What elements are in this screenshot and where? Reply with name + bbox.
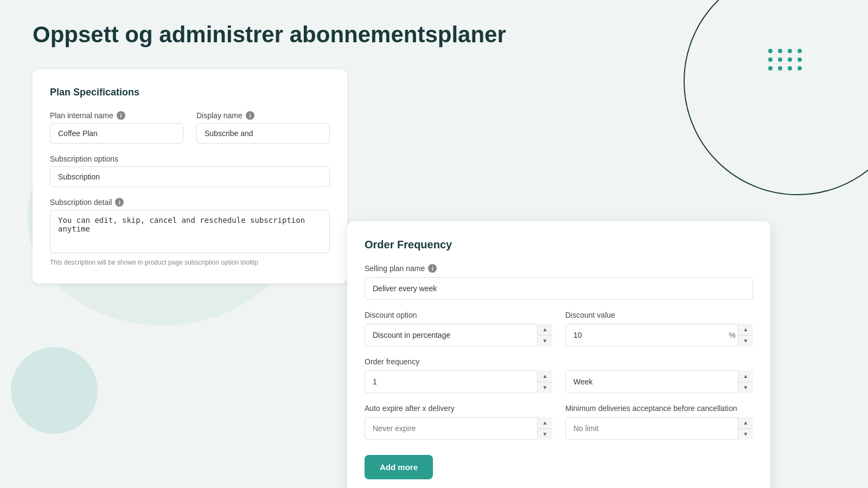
selling-plan-label: Selling plan name i [365, 264, 753, 273]
auto-expire-col: Auto expire after x delivery ▲ ▼ [365, 404, 552, 440]
order-freq-col: Order frequency ▲ ▼ [365, 357, 552, 393]
subscription-options-input[interactable] [50, 166, 330, 187]
internal-name-input[interactable] [50, 123, 183, 144]
page-content: Oppsett og administrer abonnementsplaner… [0, 0, 868, 305]
discount-value-up-arrow[interactable]: ▲ [738, 324, 753, 336]
auto-expire-arrows: ▲ ▼ [537, 417, 552, 440]
plan-specs-title: Plan Specifications [50, 87, 330, 98]
bg-circle-small [11, 347, 98, 434]
subscription-options-group: Subscription options [50, 155, 330, 187]
subscription-detail-textarea[interactable]: You can edit, skip, cancel and reschedul… [50, 210, 330, 253]
min-deliveries-wrapper: ▲ ▼ [565, 417, 753, 440]
order-freq-row: Order frequency ▲ ▼ Unit Week D [365, 357, 753, 393]
min-deliveries-label: Minimum deliveries acceptance before can… [565, 404, 753, 413]
display-name-info-icon[interactable]: i [246, 111, 254, 120]
order-frequency-title: Order Frequency [365, 239, 753, 251]
order-freq-unit-select[interactable]: Week Day Month [565, 370, 753, 393]
min-deliveries-col: Minimum deliveries acceptance before can… [565, 404, 753, 440]
subscription-detail-label: Subscription detail i [50, 198, 330, 207]
min-deliveries-arrows: ▲ ▼ [738, 417, 753, 440]
discount-option-col: Discount option Discount in percentage D… [365, 311, 552, 346]
auto-expire-wrapper: ▲ ▼ [365, 417, 552, 440]
order-freq-input[interactable] [365, 370, 552, 393]
discount-option-arrows: ▲ ▼ [537, 324, 552, 346]
order-freq-unit-down-arrow[interactable]: ▼ [738, 382, 753, 394]
auto-expire-input[interactable] [365, 417, 552, 440]
order-frequency-panel: Order Frequency Selling plan name i Disc… [347, 221, 770, 488]
discount-value-arrows: ▲ ▼ [738, 324, 753, 346]
order-freq-label: Order frequency [365, 357, 552, 366]
discount-value-down-arrow[interactable]: ▼ [738, 336, 753, 347]
discount-value-label: Discount value [565, 311, 753, 319]
order-freq-unit-col: Unit Week Day Month ▲ ▼ [565, 357, 753, 393]
add-more-button[interactable]: Add more [365, 455, 433, 479]
discount-row: Discount option Discount in percentage D… [365, 311, 753, 346]
selling-plan-info-icon[interactable]: i [428, 264, 437, 273]
order-freq-up-arrow[interactable]: ▲ [538, 370, 552, 382]
auto-expire-label: Auto expire after x delivery [365, 404, 552, 413]
min-deliveries-input[interactable] [565, 417, 753, 440]
auto-expire-down-arrow[interactable]: ▼ [538, 429, 552, 440]
selling-plan-group: Selling plan name i [365, 264, 753, 300]
discount-option-select-wrapper: Discount in percentage Discount in fixed… [365, 324, 552, 346]
discount-value-wrapper: % ▲ ▼ [565, 324, 753, 346]
discount-suffix: % [729, 331, 736, 339]
display-name-input[interactable] [196, 123, 330, 144]
internal-name-group: Plan internal name i [50, 111, 183, 144]
order-freq-down-arrow[interactable]: ▼ [538, 382, 552, 394]
plan-specs-wrapper: Plan Specifications Plan internal name i… [33, 69, 835, 284]
subscription-options-label: Subscription options [50, 155, 330, 163]
display-name-label: Display name i [196, 111, 330, 120]
name-row: Plan internal name i Display name i [50, 111, 330, 144]
page-title: Oppsett og administrer abonnementsplaner [33, 22, 835, 48]
discount-option-select[interactable]: Discount in percentage Discount in fixed… [365, 324, 552, 346]
order-freq-unit-arrows: ▲ ▼ [738, 370, 753, 393]
discount-option-up-arrow[interactable]: ▲ [538, 324, 552, 336]
internal-name-label: Plan internal name i [50, 111, 183, 120]
internal-name-info-icon[interactable]: i [117, 111, 125, 120]
order-freq-arrows: ▲ ▼ [537, 370, 552, 393]
subscription-detail-group: Subscription detail i You can edit, skip… [50, 198, 330, 266]
discount-option-label: Discount option [365, 311, 552, 319]
subscription-detail-info-icon[interactable]: i [115, 198, 124, 207]
order-freq-unit-wrapper: Week Day Month ▲ ▼ [565, 370, 753, 393]
display-name-group: Display name i [196, 111, 330, 144]
discount-value-input[interactable] [565, 324, 753, 346]
discount-option-down-arrow[interactable]: ▼ [538, 336, 552, 347]
order-freq-wrapper: ▲ ▼ [365, 370, 552, 393]
subscription-detail-hint: This description will be shown in produc… [50, 259, 330, 266]
min-deliveries-up-arrow[interactable]: ▲ [738, 417, 753, 429]
order-freq-unit-up-arrow[interactable]: ▲ [738, 370, 753, 382]
plan-specs-card: Plan Specifications Plan internal name i… [33, 69, 347, 284]
discount-value-col: Discount value % ▲ ▼ [565, 311, 753, 346]
selling-plan-input[interactable] [365, 277, 753, 300]
min-deliveries-down-arrow[interactable]: ▼ [738, 429, 753, 440]
auto-expire-up-arrow[interactable]: ▲ [538, 417, 552, 429]
expire-row: Auto expire after x delivery ▲ ▼ Minimum… [365, 404, 753, 440]
